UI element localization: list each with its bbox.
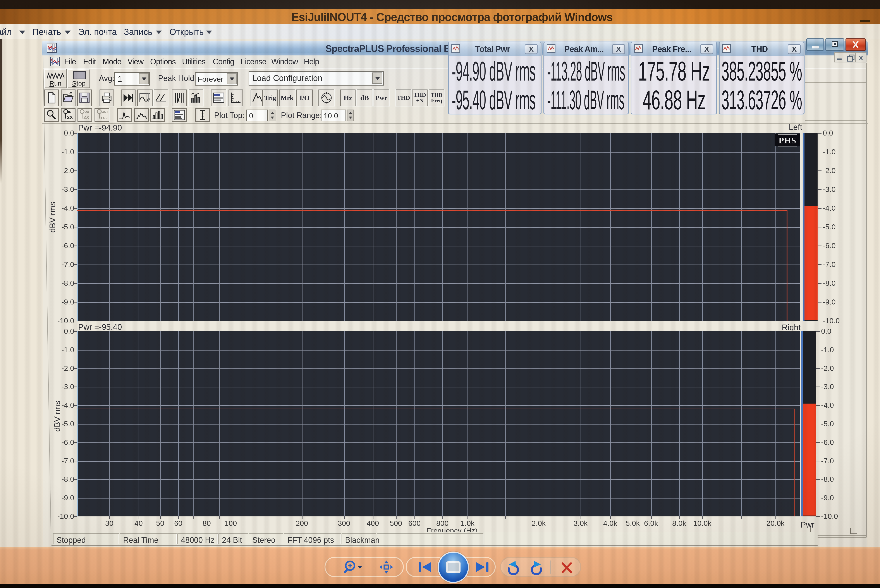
svg-text:FULL: FULL [101,116,108,120]
svg-text:OUT: OUT [102,110,108,114]
svg-text:2X: 2X [67,115,73,120]
svg-text:2X: 2X [83,115,89,120]
svg-text:IN: IN [68,110,71,114]
svg-text:OUT: OUT [84,110,91,114]
